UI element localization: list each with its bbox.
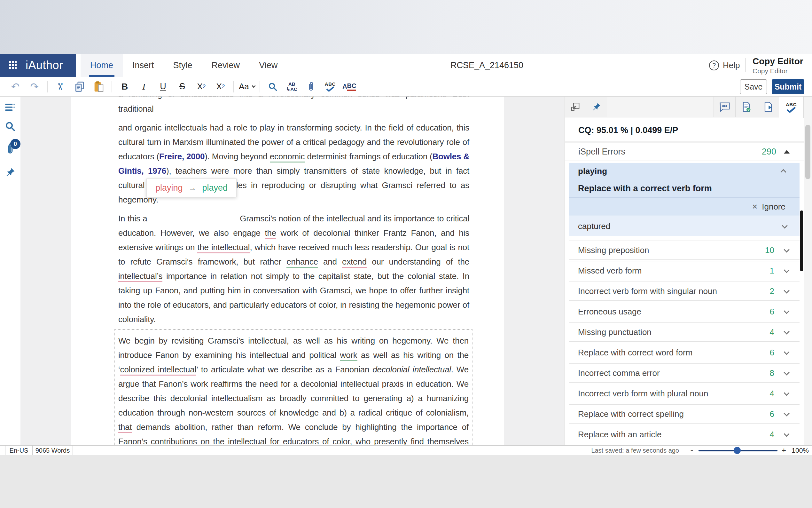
flagged-word[interactable]: contributions on xyxy=(151,437,209,445)
citation-link[interactable]: Freire, 2000 xyxy=(159,152,205,161)
error-category-row[interactable]: Replace with correct word form6 xyxy=(569,343,800,362)
report-document-button[interactable] xyxy=(735,97,757,117)
undo-button[interactable]: ↶ xyxy=(8,79,23,94)
cut-button[interactable]: ✂ xyxy=(53,79,68,94)
chevron-down-icon xyxy=(783,411,789,416)
app-name: iAuthor xyxy=(26,58,63,72)
rail-pin-button[interactable] xyxy=(5,167,16,179)
italic-button[interactable]: I xyxy=(136,79,151,94)
status-bar: En-US 9065 Words Last saved: a few secon… xyxy=(0,445,812,455)
chevron-down-icon xyxy=(783,247,789,252)
underline-button[interactable]: U xyxy=(155,79,171,94)
comments-button[interactable] xyxy=(714,97,735,117)
error-category-row[interactable]: Incorrect comma error8 xyxy=(569,364,800,383)
zoom-out-button[interactable]: - xyxy=(688,446,696,455)
error-category-row[interactable]: Replace with correct spelling6 xyxy=(569,405,800,424)
find-replace-button[interactable]: AB↳AC xyxy=(284,79,299,94)
page-scrollbar[interactable] xyxy=(804,97,812,445)
chevron-down-icon xyxy=(783,431,789,437)
copy-button[interactable] xyxy=(72,79,87,94)
flagged-word[interactable]: intellectual’s xyxy=(118,271,162,282)
tooltip-replacement-word[interactable]: played xyxy=(202,183,228,193)
error-category-label: Erroneous usage xyxy=(578,307,762,317)
abstract-box[interactable]: We begin by revisiting Gramsci’s intelle… xyxy=(114,329,473,445)
flagged-word[interactable]: economic xyxy=(270,152,305,163)
paste-button[interactable] xyxy=(91,79,106,94)
submit-button[interactable]: Submit xyxy=(772,79,804,94)
app-logo[interactable]: iAuthor xyxy=(0,54,76,77)
bold-button[interactable]: B xyxy=(117,79,132,94)
strikethrough-button[interactable]: S xyxy=(175,79,190,94)
spellcheck-tab[interactable]: ABC xyxy=(779,97,804,118)
zoom-in-button[interactable]: + xyxy=(780,446,788,455)
zoom-slider-thumb[interactable] xyxy=(734,447,741,454)
language-check-button[interactable]: ABC xyxy=(342,79,357,94)
subscript-button[interactable]: X2 xyxy=(194,79,209,94)
chevron-down-icon xyxy=(783,267,789,273)
error-category-row[interactable]: Erroneous usage6 xyxy=(569,302,800,321)
ignore-button[interactable]: × Ignore xyxy=(569,198,800,216)
user-role[interactable]: Copy Editor Copy Editor xyxy=(753,56,803,75)
flagged-word[interactable]: that xyxy=(118,422,132,433)
document-check-icon xyxy=(742,101,751,112)
panel-scrollbar-thumb[interactable] xyxy=(800,211,803,271)
superscript-button[interactable]: X2 xyxy=(213,79,228,94)
role-subtitle: Copy Editor xyxy=(753,67,803,75)
flagged-word[interactable]: the xyxy=(265,228,276,239)
doc-text: importance in relation not simply to the… xyxy=(118,271,469,324)
error-category-row[interactable]: Missing punctuation4 xyxy=(569,323,800,342)
error-category-row[interactable]: Missed verb form1 xyxy=(569,261,800,280)
collapse-arrow-icon[interactable] xyxy=(784,150,790,154)
tab-insert[interactable]: Insert xyxy=(123,54,164,77)
error-category-list: Missing preposition10Missed verb form1In… xyxy=(569,241,800,444)
doc-text: our understanding of the xyxy=(367,257,469,266)
collapse-panel-button[interactable] xyxy=(565,97,586,117)
attach-button[interactable] xyxy=(303,79,319,94)
flagged-word[interactable]: enhance xyxy=(286,257,318,268)
tab-home[interactable]: Home xyxy=(81,54,123,77)
word-count-cell[interactable]: 9065 Words xyxy=(33,446,73,455)
suggestion-tooltip[interactable]: playing → played xyxy=(146,178,237,197)
tab-view[interactable]: View xyxy=(249,54,287,77)
chevron-down-icon xyxy=(783,370,789,375)
toolbar-divider xyxy=(233,81,234,92)
page-scrollbar-thumb[interactable] xyxy=(805,125,810,179)
flagged-word[interactable]: extend xyxy=(342,257,367,268)
flagged-word[interactable]: work xyxy=(340,350,357,361)
pin-panel-button[interactable] xyxy=(586,97,607,117)
ispell-errors-header[interactable]: iSpell Errors 290 xyxy=(565,143,804,161)
error-category-count: 6 xyxy=(762,409,774,419)
flagged-word[interactable]: colonized intellectual xyxy=(120,365,197,376)
error-category-label: Replace with correct word form xyxy=(578,348,762,357)
font-case-button[interactable]: Aa xyxy=(239,79,254,94)
error-word-row[interactable]: playing xyxy=(569,163,800,179)
export-document-button[interactable] xyxy=(757,97,779,117)
document-page[interactable]: a remaking of consciousness into a revol… xyxy=(71,97,504,445)
search-button[interactable] xyxy=(265,79,280,94)
help-button[interactable]: ? Help xyxy=(709,54,740,77)
checkmark-icon xyxy=(786,107,796,113)
flagged-word[interactable]: themselves xyxy=(427,437,469,445)
app-grid-icon[interactable] xyxy=(9,61,17,70)
flagged-word[interactable]: the intellectual xyxy=(197,243,250,253)
tab-style[interactable]: Style xyxy=(164,54,202,77)
error-category-row[interactable]: Incorrect verb form with singular noun2 xyxy=(569,282,800,301)
error-category-row[interactable]: Missing preposition10 xyxy=(569,241,800,260)
error-category-label: Missing preposition xyxy=(578,245,762,255)
rail-search-button[interactable] xyxy=(5,121,16,133)
pin-icon xyxy=(592,102,601,112)
error-category-row[interactable]: Incorrect verb form with plural noun4 xyxy=(569,384,800,403)
save-button[interactable]: Save xyxy=(740,79,767,94)
ignore-label: Ignore xyxy=(762,202,785,212)
spellcheck-button[interactable]: ABC xyxy=(323,79,338,94)
redo-button[interactable]: ↷ xyxy=(27,79,42,94)
error-category-row[interactable]: Replace with an article4 xyxy=(569,425,800,444)
outline-button[interactable] xyxy=(5,103,16,113)
tab-review[interactable]: Review xyxy=(202,54,250,77)
last-saved-label: Last saved: a few seconds ago xyxy=(591,446,679,455)
error-suggestion[interactable]: Replace with a correct verb form xyxy=(569,179,800,197)
abc-check-icon: ABC xyxy=(786,102,797,113)
next-error-row[interactable]: captured xyxy=(569,216,800,236)
language-cell[interactable]: En-US xyxy=(5,446,33,455)
rail-attachment-button[interactable]: 0 xyxy=(5,143,15,156)
